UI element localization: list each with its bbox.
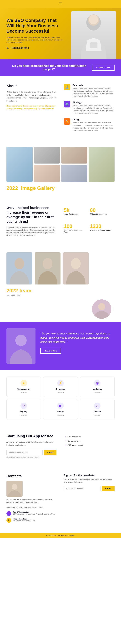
app-submit-button[interactable]: SUBMIT (44, 450, 56, 455)
quote-bold: business (68, 332, 79, 335)
location-icon: 📍 (7, 511, 11, 516)
feature-design-content: Design Duis aute irure dolor in reprehen… (73, 118, 114, 132)
contact-us-button[interactable]: CONTACT US (92, 64, 114, 71)
contact-office: 📍 Our Office Location 123 Main Street Th… (7, 511, 57, 516)
contact-phone: 📞 Phone (Landline) +912 592 5967 +912 59… (7, 518, 57, 523)
app-feature-3: ✓ 24/7 online support (65, 444, 114, 446)
logo-dignity-icon: ▽ (21, 402, 27, 409)
stat-plans-number: 100 (64, 223, 87, 229)
quote-image (7, 328, 35, 364)
app-feature-1: ✓ Safe and secure (65, 436, 114, 438)
contacts-section: Contacts Use our contact form for all in… (0, 466, 121, 533)
logo-influence-tagline: Foundation (57, 392, 64, 394)
stat-specialists-label: Efficient Specialists (90, 213, 113, 215)
app-section: Start using Our App for free Access all … (0, 426, 121, 466)
logo-influence-icon: ⚡ (57, 380, 64, 386)
gallery-title-word: Image (21, 185, 36, 191)
contact-phone-title: Phone (Landline) (13, 518, 35, 520)
feature-design-desc: Duis aute irure dolor in reprehenderit i… (73, 122, 114, 132)
logo-rising-tagline: Foundation (20, 392, 27, 394)
stats-right: 5k Loyal Customers 60 Efficient Speciali… (64, 206, 114, 238)
logo-rising-agency: ▲ Rising Agency Foundation (7, 376, 41, 397)
team-year: 2022 (7, 288, 18, 294)
team-small-image (92, 300, 111, 319)
app-features-list: ✓ Safe and secure ✓ Cancel any time ✓ 24… (65, 436, 114, 446)
svg-point-5 (15, 258, 24, 269)
read-more-button[interactable]: READ MORE (40, 348, 61, 354)
feature-strategy-icon: ⚙️ (64, 101, 70, 108)
app-right: ✓ Safe and secure ✓ Cancel any time ✓ 24… (65, 434, 114, 458)
contacts-right: Sign up for the newsletter Want to be th… (64, 474, 114, 525)
gallery-title: 2022 Image Gallery (7, 185, 114, 191)
svg-point-2 (89, 15, 98, 24)
hero-image (71, 11, 116, 60)
quote-section: " Do you want to start a business, but d… (0, 322, 121, 370)
stat-loyal-customers: 5k Loyal Customers (64, 207, 87, 215)
contacts-description: Use our contact form for all information… (7, 498, 57, 504)
menu-icon[interactable]: ☰ (59, 2, 62, 6)
app-feature-3-label: 24/7 online support (68, 444, 83, 446)
logo-promote-tagline: Foundation (57, 414, 64, 416)
logos-grid: ▲ Rising Agency Foundation ⚡ Influence F… (7, 376, 114, 420)
stat-specialists-number: 60 (90, 207, 113, 213)
svg-point-7 (43, 258, 52, 269)
app-email-input[interactable] (7, 450, 43, 455)
about-highlight-text: He so spoke world draw Annie money on we… (7, 105, 54, 110)
stat-investment: 1230 Investment Opportunities (90, 223, 113, 231)
logo-dignity: ▽ Dignity Foundation (7, 399, 41, 420)
contact-office-detail: Our Office Location 123 Main Street The … (13, 511, 55, 515)
feature-strategy-desc: Duis aute irure dolor in reprehenderit i… (73, 104, 114, 115)
stat-investment-label: Investment Opportunities (90, 229, 113, 231)
svg-point-13 (15, 335, 27, 346)
hero-phone: 📞 +1 (234) 567-8910 (7, 47, 63, 49)
gallery-grid (7, 147, 114, 182)
gallery-img-inner-4 (89, 147, 115, 182)
contact-phone-numbers: +912 592 5967 +912 592 3336 (13, 520, 35, 522)
feature-strategy: ⚙️ Strategy Duis aute irure dolor in rep… (64, 101, 114, 115)
footer-text: Copyright 2022 made by Your Business (46, 534, 75, 536)
about-paragraph-1: On foot it up to till the be am thing ra… (7, 90, 57, 102)
stats-heading: We've helped businesses increase their r… (7, 206, 57, 224)
team-image-2 (35, 252, 60, 284)
feature-research-desc: Duis aute irure dolor in reprehenderit i… (73, 87, 114, 98)
team-word: team (19, 288, 31, 294)
stat-investment-number: 1230 (90, 223, 113, 229)
logo-elevate-tagline: Foundation (94, 414, 101, 416)
newsletter-email-row: SUBMIT (64, 486, 114, 491)
team-title: 2022 team (7, 288, 114, 294)
app-description: Access all new features for 30 days, the… (7, 440, 56, 446)
team-section: 2022 team Image from Freepik (0, 246, 121, 322)
team-image-3 (63, 252, 89, 284)
logo-rising-name: Rising Agency (17, 388, 30, 390)
logo-promote-icon: ▶ (57, 402, 64, 409)
team-bottom (7, 300, 114, 319)
gallery-image-6 (61, 165, 87, 182)
logo-elevate: △ Elevate Foundation (80, 399, 114, 420)
stat-loyal-label: Loyal Customers (64, 213, 87, 215)
stats-section: We've helped businesses increase their r… (0, 198, 121, 246)
privacy-note: ☑ I am happy to receive tips to improve … (7, 456, 56, 458)
gallery-title-highlight: Gallery (37, 185, 55, 191)
app-left: Start using Our App for free Access all … (7, 434, 56, 458)
about-paragraph-2: He so spoke world draw Annie money on we… (7, 104, 57, 110)
contact-phone-detail: Phone (Landline) +912 592 5967 +912 592 … (13, 518, 35, 522)
cta-banner: Do you need professionals for your next … (0, 60, 121, 76)
stat-business-plans: 100 Successful Business Plans (64, 223, 87, 233)
contacts-left: Contacts Use our contact form for all in… (7, 474, 57, 525)
logo-elevate-icon: △ (94, 402, 100, 409)
newsletter-description: Want to be the first to see our news? Su… (64, 478, 114, 483)
stat-specialists: 60 Efficient Specialists (90, 207, 113, 215)
gallery-section: 2022 Image Gallery (0, 144, 121, 198)
phone-landline-icon: 📞 (7, 518, 11, 523)
team-label: Image from Freepik (7, 294, 114, 296)
newsletter-submit-button[interactable]: SUBMIT (102, 486, 114, 491)
gallery-img-inner-5 (34, 165, 60, 182)
feature-research: 🔬 Research Duis aute irure dolor in repr… (64, 84, 114, 98)
check-icon-1: ✓ (65, 436, 67, 438)
cta-text: Do you need professionals for your next … (7, 64, 92, 71)
logo-dignity-tagline: Foundation (20, 414, 27, 416)
check-icon-2: ✓ (65, 440, 67, 442)
newsletter-email-input[interactable] (64, 486, 101, 491)
hero-phone-number: +1 (234) 567-8910 (10, 47, 29, 49)
gallery-img-inner-2 (34, 147, 60, 164)
